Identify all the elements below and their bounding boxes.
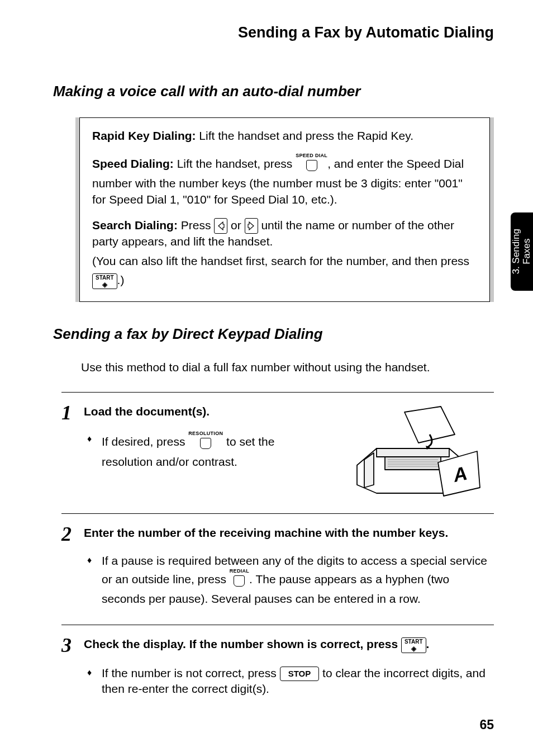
fax-machine-illustration-icon: A xyxy=(343,404,483,499)
arrow-left-key-icon xyxy=(214,218,227,234)
arrow-right-key-icon xyxy=(245,218,258,234)
step-1-bullet: If desired, press RESOLUTION to set the … xyxy=(87,432,303,470)
step-1: 1 Load the document(s). If desired, pres… xyxy=(61,393,494,514)
start-key-label-2: START xyxy=(404,639,423,645)
step-2-number: 2 xyxy=(61,521,72,548)
stop-key-icon: STOP xyxy=(280,667,320,681)
search-start-line: START ◈ .) xyxy=(92,272,477,289)
step-2-head: Enter the number of the receiving machin… xyxy=(84,525,494,541)
step-2-bullet: If a pause is required between any of th… xyxy=(87,553,494,607)
speed-dial-key-label: SPEED DIAL xyxy=(296,153,327,158)
step-3: 3 Check the display. If the number shown… xyxy=(61,625,494,715)
step3-head-before: Check the display. If the number shown i… xyxy=(84,637,401,650)
step-3-head: Check the display. If the number shown i… xyxy=(84,636,494,653)
step3-before: If the number is not correct, press xyxy=(102,667,280,679)
steps-list: 1 Load the document(s). If desired, pres… xyxy=(61,392,494,715)
section-direct-dial-title: Sending a fax by Direct Keypad Dialing xyxy=(53,324,494,344)
search-dial-paragraph: Search Dialing: Press or until the name … xyxy=(92,218,477,250)
search-dial-paren: (You can also lift the handset first, se… xyxy=(92,253,477,269)
step-2: 2 Enter the number of the receiving mach… xyxy=(61,514,494,625)
start-key-icon: START ◈ xyxy=(92,273,117,289)
resolution-key-label: RESOLUTION xyxy=(188,431,223,436)
search-dial-label: Search Dialing: xyxy=(92,219,178,231)
rapid-key-label: Rapid Key Dialing: xyxy=(92,129,196,142)
speed-dial-paragraph: Speed Dialing: Lift the handset, press S… xyxy=(92,154,477,207)
speed-dial-before: Lift the handset, press xyxy=(174,157,296,170)
start-key-label: START xyxy=(96,275,114,281)
step3-head-after: . xyxy=(426,637,430,650)
redial-key-icon: REDIAL xyxy=(230,569,249,590)
rapid-key-paragraph: Rapid Key Dialing: Lift the handset and … xyxy=(92,128,477,144)
step-3-bullet: If the number is not correct, press STOP… xyxy=(87,665,494,697)
search-before: Press xyxy=(178,219,214,231)
voice-call-box: Rapid Key Dialing: Lift the handset and … xyxy=(75,117,494,302)
step-3-number: 3 xyxy=(61,632,72,659)
resolution-key-icon: RESOLUTION xyxy=(188,431,223,453)
search-paren-end: .) xyxy=(117,273,125,286)
step1-before: If desired, press xyxy=(102,436,188,448)
speed-dial-label: Speed Dialing: xyxy=(92,157,174,170)
search-or: or xyxy=(227,219,244,231)
direct-dial-intro: Use this method to dial a full fax numbe… xyxy=(81,360,494,375)
search-paren-before: (You can also lift the handset first, se… xyxy=(92,254,469,267)
page-title: Sending a Fax by Automatic Dialing xyxy=(53,22,494,42)
page-number: 65 xyxy=(479,716,494,734)
rapid-key-text: Lift the handset and press the Rapid Key… xyxy=(196,129,414,142)
stop-key-label: STOP xyxy=(288,669,311,678)
speed-dial-key-icon: SPEED DIAL xyxy=(296,153,327,175)
redial-key-label: REDIAL xyxy=(230,569,249,574)
step-1-number: 1 xyxy=(61,399,72,427)
start-key-icon-2: START ◈ xyxy=(401,637,426,653)
section-voice-call-title: Making a voice call with an auto-dial nu… xyxy=(53,82,494,101)
